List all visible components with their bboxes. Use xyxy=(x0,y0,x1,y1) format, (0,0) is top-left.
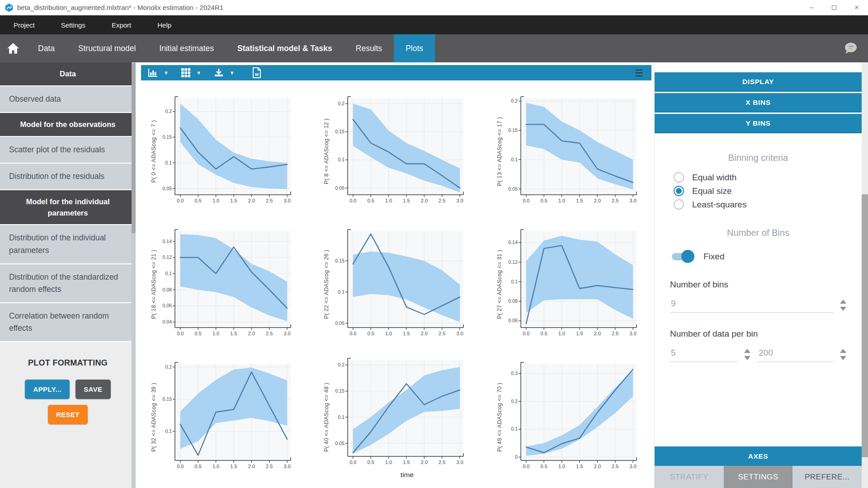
scrollbar-thumb[interactable] xyxy=(862,194,868,457)
svg-text:2.0: 2.0 xyxy=(248,464,255,469)
stepper-down-icon[interactable] xyxy=(840,307,846,311)
binning-option-least-squares[interactable]: Least-squares xyxy=(674,199,846,210)
data-per-bin-label: Number of data per bin xyxy=(670,329,846,339)
sidebar-item-correlation-between-random-effects[interactable]: Correlation between random effects xyxy=(0,303,136,342)
window-scrollbar[interactable] xyxy=(862,62,868,488)
plots-main: ▼ ▼ ▼ xyxy=(136,62,654,488)
tab-statistical-model-tasks[interactable]: Statistical model & Tasks xyxy=(226,34,344,62)
window-title: beta_distribution_augmented.mlxtran* - M… xyxy=(17,4,223,11)
accordion-display[interactable]: DISPLAY xyxy=(655,72,862,92)
fixed-toggle[interactable] xyxy=(672,253,692,260)
sidebar-item-distribution-of-the-individual-parameters[interactable]: Distribution of the individual parameter… xyxy=(0,225,136,264)
close-icon[interactable]: ✕ xyxy=(845,0,868,15)
svg-text:0.5: 0.5 xyxy=(368,331,374,336)
sidebar-item-distribution-of-the-residuals[interactable]: Distribution of the residuals xyxy=(0,164,136,190)
radio-selected-icon[interactable] xyxy=(674,186,684,196)
binning-option-equal-size[interactable]: Equal size xyxy=(674,186,846,196)
tab-plots[interactable]: Plots xyxy=(394,34,435,62)
settings-panel: DISPLAYX BINSY BINS Binning criteria Equ… xyxy=(654,62,862,488)
plot-formatting-title: PLOT FORMATTING xyxy=(0,358,136,368)
accordion-x-bins[interactable]: X BINS xyxy=(655,93,862,113)
menu-item-help[interactable]: Help xyxy=(157,21,171,29)
tab-data[interactable]: Data xyxy=(26,34,66,62)
binning-option-equal-width[interactable]: Equal width xyxy=(674,172,846,183)
panel-tab-settings[interactable]: SETTINGS xyxy=(724,466,793,488)
svg-text:0.2: 0.2 xyxy=(511,399,518,404)
menu-item-export[interactable]: Export xyxy=(112,21,131,29)
svg-text:1.0: 1.0 xyxy=(558,198,565,203)
chart-plot-1[interactable]: 0.050.10.150.20.00.51.01.52.02.53.0 xyxy=(158,94,293,207)
grid-layout-icon[interactable] xyxy=(181,68,191,78)
chart-cell-3: P( 13 <= ADAScog <= 17 )0.050.10.150.20.… xyxy=(481,85,654,218)
sidebar-header-model-for-the-observations[interactable]: Model for the observations xyxy=(0,113,136,137)
download-icon[interactable] xyxy=(213,68,224,78)
maximize-icon[interactable] xyxy=(823,0,845,15)
chat-feedback-icon[interactable] xyxy=(843,42,858,55)
chart-type-icon[interactable] xyxy=(147,68,158,78)
stepper-down-icon[interactable] xyxy=(840,356,846,360)
word-export-icon[interactable]: w xyxy=(252,67,261,78)
chart-plot-6[interactable]: 0.060.080.10.120.140.00.51.01.52.02.53.0 xyxy=(504,226,639,340)
chart-y-axis-label: P( 13 <= ADAScog <= 17 ) xyxy=(496,117,503,186)
panel-tab-stratify[interactable]: STRATIFY xyxy=(655,466,724,488)
svg-text:0.05: 0.05 xyxy=(335,320,345,326)
save-button[interactable]: SAVE xyxy=(75,380,110,399)
svg-text:1.5: 1.5 xyxy=(403,460,410,465)
chart-y-axis-label: P( 22 <= ADAScog <= 26 ) xyxy=(323,250,330,319)
chart-plot-8[interactable]: 0.050.10.150.20.00.51.01.52.02.53.0 xyxy=(330,355,466,469)
sidebar-scrollbar[interactable] xyxy=(132,62,136,488)
sidebar-item-scatter-plot-of-the-residuals[interactable]: Scatter plot of the residuals xyxy=(0,137,136,164)
ybins-panel-body: Binning criteria Equal widthEqual sizeLe… xyxy=(655,135,862,446)
svg-text:2.0: 2.0 xyxy=(421,198,428,203)
tab-structural-model[interactable]: Structural model xyxy=(66,34,147,62)
radio-unselected-icon[interactable] xyxy=(674,199,684,210)
tab-initial-estimates[interactable]: Initial estimates xyxy=(147,34,226,62)
accordion-y-bins[interactable]: Y BINS xyxy=(655,114,862,133)
chart-plot-3[interactable]: 0.050.10.150.20.00.51.01.52.02.53.0 xyxy=(504,94,639,207)
number-of-bins-input[interactable]: 9 xyxy=(670,298,834,313)
accordion-axes[interactable]: AXES xyxy=(655,446,862,466)
sidebar-item-observed-data[interactable]: Observed data xyxy=(0,86,136,113)
svg-text:0.0: 0.0 xyxy=(350,460,357,465)
svg-text:0.2: 0.2 xyxy=(338,362,345,367)
svg-text:0.1: 0.1 xyxy=(338,414,345,420)
svg-text:0.08: 0.08 xyxy=(508,298,518,304)
sidebar-plot-list: DataObserved dataModel for the observati… xyxy=(0,62,136,342)
svg-text:0.0: 0.0 xyxy=(523,198,529,203)
accordion-sections: DISPLAYX BINSY BINS xyxy=(655,72,862,135)
stepper-up-icon[interactable] xyxy=(744,349,750,353)
sidebar-header-data[interactable]: Data xyxy=(0,62,136,86)
menu-item-settings[interactable]: Settings xyxy=(61,21,85,29)
menu-item-project[interactable]: Project xyxy=(14,21,35,29)
stepper-up-icon[interactable] xyxy=(840,300,846,304)
minimize-icon[interactable]: ─ xyxy=(800,0,823,15)
plot-toolbar: ▼ ▼ ▼ xyxy=(141,65,651,80)
chart-plot-2[interactable]: 0.050.10.150.20.00.51.01.52.02.53.0 xyxy=(330,94,466,207)
chevron-down-icon[interactable]: ▼ xyxy=(164,70,169,75)
svg-text:0.0: 0.0 xyxy=(177,464,184,469)
chart-plot-9[interactable]: 00.10.20.30.00.51.01.52.02.53.0 xyxy=(504,359,639,473)
reset-button[interactable]: RESET xyxy=(48,405,88,424)
svg-text:3.0: 3.0 xyxy=(284,464,291,469)
sidebar-item-distribution-of-the-standardized-random-effects[interactable]: Distribution of the standardized random … xyxy=(0,264,136,303)
svg-text:0.5: 0.5 xyxy=(540,331,547,336)
binning-criteria-title: Binning criteria xyxy=(670,153,846,163)
stepper-up-icon[interactable] xyxy=(840,349,846,353)
chevron-down-icon[interactable]: ▼ xyxy=(196,70,201,75)
tab-home[interactable] xyxy=(0,34,26,62)
chart-plot-7[interactable]: 0.10.150.20.00.51.01.52.02.53.0 xyxy=(158,359,293,473)
menu-icon[interactable]: ☰ xyxy=(635,68,645,78)
svg-text:0.15: 0.15 xyxy=(335,258,345,263)
chevron-down-icon[interactable]: ▼ xyxy=(230,70,235,75)
tab-results[interactable]: Results xyxy=(344,34,394,62)
data-per-bin-min-input[interactable]: 5 xyxy=(670,347,738,362)
radio-unselected-icon[interactable] xyxy=(674,172,684,183)
sidebar-header-model-for-the-individual-parameters[interactable]: Model for the individual parameters xyxy=(0,190,136,225)
panel-tab-prefere[interactable]: PREFERE... xyxy=(793,466,862,488)
data-per-bin-max-input[interactable]: 200 xyxy=(758,347,834,362)
monolix-logo-icon xyxy=(5,3,14,12)
chart-plot-4[interactable]: 0.040.060.080.10.120.140.00.51.01.52.02.… xyxy=(158,226,293,340)
apply-button[interactable]: APPLY... xyxy=(25,380,70,399)
stepper-down-icon[interactable] xyxy=(744,356,750,360)
chart-plot-5[interactable]: 0.050.10.150.00.51.01.52.02.53.0 xyxy=(330,226,466,340)
